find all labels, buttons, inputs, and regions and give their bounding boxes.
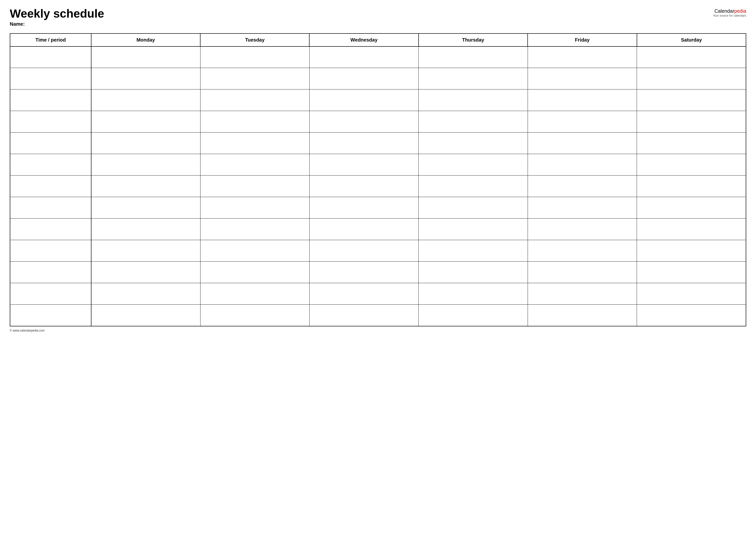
day-cell[interactable]: [200, 132, 309, 154]
day-cell[interactable]: [309, 197, 418, 219]
day-cell[interactable]: [419, 262, 528, 283]
day-cell[interactable]: [200, 175, 309, 197]
day-cell[interactable]: [528, 283, 637, 304]
day-cell[interactable]: [419, 111, 528, 132]
day-cell[interactable]: [528, 68, 637, 90]
day-cell[interactable]: [91, 132, 200, 154]
day-cell[interactable]: [419, 240, 528, 262]
day-cell[interactable]: [637, 262, 746, 283]
day-cell[interactable]: [200, 304, 309, 326]
day-cell[interactable]: [637, 240, 746, 262]
table-row: [10, 304, 746, 326]
day-cell[interactable]: [91, 219, 200, 240]
day-cell[interactable]: [637, 132, 746, 154]
table-row: [10, 47, 746, 68]
day-cell[interactable]: [637, 197, 746, 219]
day-cell[interactable]: [200, 197, 309, 219]
time-cell[interactable]: [10, 262, 91, 283]
time-cell[interactable]: [10, 283, 91, 304]
day-cell[interactable]: [91, 111, 200, 132]
day-cell[interactable]: [200, 111, 309, 132]
logo-text: Calendarpedia: [713, 8, 746, 14]
day-cell[interactable]: [309, 111, 418, 132]
day-cell[interactable]: [309, 240, 418, 262]
day-cell[interactable]: [309, 304, 418, 326]
day-cell[interactable]: [419, 197, 528, 219]
day-cell[interactable]: [528, 111, 637, 132]
time-cell[interactable]: [10, 240, 91, 262]
day-cell[interactable]: [91, 197, 200, 219]
day-cell[interactable]: [91, 175, 200, 197]
table-row: [10, 262, 746, 283]
time-cell[interactable]: [10, 219, 91, 240]
day-cell[interactable]: [637, 154, 746, 175]
day-cell[interactable]: [419, 47, 528, 68]
day-cell[interactable]: [309, 219, 418, 240]
day-cell[interactable]: [200, 240, 309, 262]
day-cell[interactable]: [91, 68, 200, 90]
day-cell[interactable]: [528, 219, 637, 240]
time-cell[interactable]: [10, 197, 91, 219]
day-cell[interactable]: [309, 154, 418, 175]
day-cell[interactable]: [637, 175, 746, 197]
day-cell[interactable]: [637, 90, 746, 111]
day-cell[interactable]: [419, 154, 528, 175]
day-cell[interactable]: [528, 304, 637, 326]
day-cell[interactable]: [91, 154, 200, 175]
day-cell[interactable]: [200, 68, 309, 90]
day-cell[interactable]: [200, 90, 309, 111]
day-cell[interactable]: [309, 132, 418, 154]
day-cell[interactable]: [91, 240, 200, 262]
day-cell[interactable]: [309, 283, 418, 304]
day-cell[interactable]: [200, 283, 309, 304]
time-cell[interactable]: [10, 68, 91, 90]
day-cell[interactable]: [528, 132, 637, 154]
day-cell[interactable]: [200, 47, 309, 68]
day-cell[interactable]: [419, 68, 528, 90]
time-cell[interactable]: [10, 111, 91, 132]
day-cell[interactable]: [309, 262, 418, 283]
day-cell[interactable]: [528, 90, 637, 111]
footer: © www.calendarpedia.com: [10, 329, 746, 332]
day-cell[interactable]: [419, 132, 528, 154]
day-cell[interactable]: [200, 154, 309, 175]
day-cell[interactable]: [637, 304, 746, 326]
day-cell[interactable]: [637, 219, 746, 240]
table-row: [10, 175, 746, 197]
day-cell[interactable]: [309, 90, 418, 111]
day-cell[interactable]: [419, 219, 528, 240]
day-cell[interactable]: [528, 240, 637, 262]
day-cell[interactable]: [528, 175, 637, 197]
day-cell[interactable]: [419, 304, 528, 326]
table-row: [10, 132, 746, 154]
day-cell[interactable]: [309, 175, 418, 197]
time-cell[interactable]: [10, 175, 91, 197]
time-cell[interactable]: [10, 47, 91, 68]
day-cell[interactable]: [309, 47, 418, 68]
day-cell[interactable]: [91, 283, 200, 304]
day-cell[interactable]: [637, 111, 746, 132]
day-cell[interactable]: [528, 154, 637, 175]
day-cell[interactable]: [637, 283, 746, 304]
time-cell[interactable]: [10, 304, 91, 326]
time-cell[interactable]: [10, 90, 91, 111]
col-header-monday: Monday: [91, 34, 200, 47]
day-cell[interactable]: [91, 262, 200, 283]
day-cell[interactable]: [528, 47, 637, 68]
day-cell[interactable]: [528, 262, 637, 283]
day-cell[interactable]: [91, 90, 200, 111]
day-cell[interactable]: [200, 219, 309, 240]
day-cell[interactable]: [91, 47, 200, 68]
day-cell[interactable]: [528, 197, 637, 219]
day-cell[interactable]: [200, 262, 309, 283]
day-cell[interactable]: [637, 68, 746, 90]
time-cell[interactable]: [10, 132, 91, 154]
day-cell[interactable]: [419, 90, 528, 111]
day-cell[interactable]: [637, 47, 746, 68]
day-cell[interactable]: [419, 175, 528, 197]
time-cell[interactable]: [10, 154, 91, 175]
day-cell[interactable]: [91, 304, 200, 326]
day-cell[interactable]: [419, 283, 528, 304]
page-header: Weekly schedule Name: Calendarpedia Your…: [10, 7, 746, 31]
day-cell[interactable]: [309, 68, 418, 90]
